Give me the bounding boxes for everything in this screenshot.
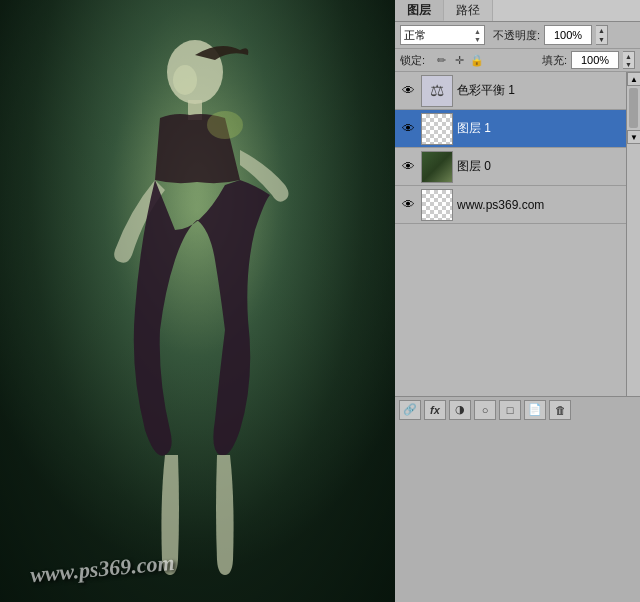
delete-button[interactable]: 🗑 — [549, 400, 571, 420]
tab-layers[interactable]: 图层 — [395, 0, 444, 21]
right-panel: 图层 路径 正常 ▲ ▼ 不透明度: 100% ▲ ▼ — [395, 0, 640, 602]
scroll-thumb[interactable] — [629, 88, 638, 128]
layer-name-0: 图层 0 — [457, 158, 636, 175]
layers-toolbar: 🔗 fx ◑ ○ □ 📄 🗑 — [395, 396, 640, 422]
layers-scrollbar[interactable]: ▲ ▼ — [626, 72, 640, 396]
lock-position-icon[interactable]: ✛ — [451, 52, 467, 68]
layer-thumb-0 — [421, 151, 453, 183]
blend-mode-select[interactable]: 正常 ▲ ▼ — [400, 25, 485, 45]
layer-name-color-balance: 色彩平衡 1 — [457, 82, 636, 99]
layers-panel: 图层 路径 正常 ▲ ▼ 不透明度: 100% ▲ ▼ — [395, 0, 640, 422]
opacity-down-arrow[interactable]: ▼ — [596, 35, 607, 44]
svg-point-3 — [173, 65, 197, 95]
layer-eye-color-balance[interactable]: 👁 — [399, 82, 417, 100]
mask-button[interactable]: ○ — [474, 400, 496, 420]
fill-arrows[interactable]: ▲ ▼ — [623, 51, 635, 69]
layer-item-www[interactable]: 👁 www.ps369.com — [395, 186, 640, 224]
main-layout: www.ps369.com 图层 路径 正常 ▲ ▼ 不透明度: 100% — [0, 0, 640, 602]
opacity-input[interactable]: 100% — [544, 25, 592, 45]
layer-item-0[interactable]: 👁 图层 0 — [395, 148, 640, 186]
layer-item-1[interactable]: 👁 图层 1 — [395, 110, 640, 148]
group-button[interactable]: □ — [499, 400, 521, 420]
lock-label: 锁定: — [400, 53, 425, 68]
layer-eye-1[interactable]: 👁 — [399, 120, 417, 138]
fill-input[interactable]: 100% — [571, 51, 619, 69]
opacity-arrows[interactable]: ▲ ▼ — [596, 25, 608, 45]
layer-thumb-1 — [421, 113, 453, 145]
panel-tabs: 图层 路径 — [395, 0, 640, 22]
scroll-down-arrow[interactable]: ▼ — [627, 130, 640, 144]
layer-thumb-www — [421, 189, 453, 221]
bottom-gray-area — [395, 422, 640, 602]
lock-fill-row: 锁定: ✏ ✛ 🔒 填充: 100% ▲ ▼ — [395, 49, 640, 72]
opacity-up-arrow[interactable]: ▲ — [596, 26, 607, 35]
blend-mode-value: 正常 — [404, 28, 426, 43]
scroll-up-arrow[interactable]: ▲ — [627, 72, 640, 86]
blend-opacity-row: 正常 ▲ ▼ 不透明度: 100% ▲ ▼ — [395, 22, 640, 49]
layer-name-www: www.ps369.com — [457, 198, 636, 212]
fill-down-arrow[interactable]: ▼ — [623, 60, 634, 68]
fill-up-arrow[interactable]: ▲ — [623, 52, 634, 60]
layers-list: 👁 ⚖ 色彩平衡 1 👁 图层 1 👁 — [395, 72, 640, 396]
lock-icons-group: ✏ ✛ 🔒 — [433, 52, 485, 68]
lock-pixels-icon[interactable]: ✏ — [433, 52, 449, 68]
figure-svg — [0, 0, 395, 602]
layer-0-image — [422, 152, 452, 182]
svg-point-4 — [207, 111, 243, 139]
fill-label: 填充: — [542, 53, 567, 68]
tab-paths[interactable]: 路径 — [444, 0, 493, 21]
fx-button[interactable]: fx — [424, 400, 446, 420]
link-button[interactable]: 🔗 — [399, 400, 421, 420]
opacity-label: 不透明度: — [493, 28, 540, 43]
new-layer-button[interactable]: 📄 — [524, 400, 546, 420]
canvas-area: www.ps369.com — [0, 0, 395, 602]
layer-eye-0[interactable]: 👁 — [399, 158, 417, 176]
layer-item-color-balance[interactable]: 👁 ⚖ 色彩平衡 1 — [395, 72, 640, 110]
layer-thumb-color-balance: ⚖ — [421, 75, 453, 107]
layer-eye-www[interactable]: 👁 — [399, 196, 417, 214]
adjustment-button[interactable]: ◑ — [449, 400, 471, 420]
color-balance-icon: ⚖ — [422, 76, 452, 106]
lock-all-icon[interactable]: 🔒 — [469, 52, 485, 68]
layer-name-1: 图层 1 — [457, 120, 636, 137]
